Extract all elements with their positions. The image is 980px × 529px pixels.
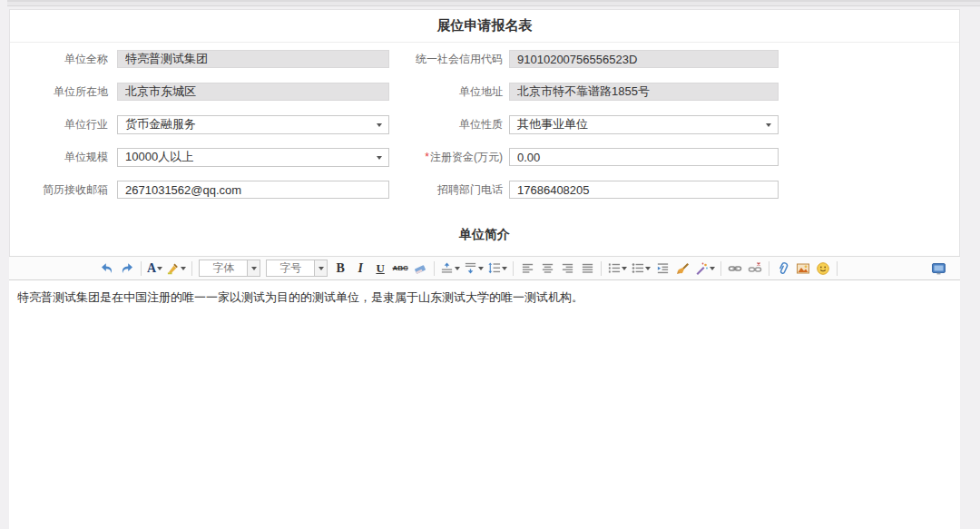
toolbar-separator (837, 261, 838, 276)
underline-icon[interactable]: U (371, 260, 389, 278)
attachment-icon[interactable] (774, 260, 792, 278)
undo-icon[interactable] (98, 260, 116, 278)
toolbar-separator (141, 261, 142, 276)
company-intro-section-title: 单位简介 (10, 226, 959, 244)
align-justify-icon[interactable] (578, 260, 596, 278)
font-size-select[interactable]: 字号 (266, 260, 328, 277)
chevron-down-icon (478, 267, 484, 270)
insert-image-icon[interactable] (794, 260, 812, 278)
align-left-icon[interactable] (518, 260, 536, 278)
company-scale-select[interactable]: 10000人以上 (117, 148, 389, 167)
company-name-label: 单位全称 (10, 52, 108, 67)
credit-code-field[interactable] (509, 50, 779, 68)
format-brush-icon[interactable] (673, 260, 691, 278)
resume-email-field[interactable] (117, 181, 389, 199)
font-family-dropdown-button[interactable] (247, 260, 260, 276)
font-family-select-value: 字体 (200, 260, 247, 276)
form-row-4: 单位规模 10000人以上 *注册资金(万元) (10, 141, 959, 173)
chevron-down-icon (766, 123, 771, 127)
company-nature-label: 单位性质 (389, 117, 503, 132)
editor-toolbar: A 字体 字号 B I U ABC (9, 256, 960, 280)
industry-label: 单位行业 (10, 117, 108, 132)
rich-text-editor: A 字体 字号 B I U ABC (9, 256, 960, 529)
toolbar-separator (601, 261, 602, 276)
booth-application-form-panel: 展位申请报名表 单位全称 统一社会信用代码 单位所在地 单位地址 单位行业 货币… (9, 9, 960, 529)
chevron-down-icon (181, 267, 186, 270)
registered-capital-field[interactable] (509, 148, 779, 166)
emoticon-icon[interactable] (814, 260, 832, 278)
editor-content-area[interactable]: 特亮普测试集团是在中国注册的唯一一家以测试为目的的测试单位，是隶属于山东测试大学… (9, 280, 960, 529)
chevron-down-icon (157, 267, 162, 270)
align-right-icon[interactable] (558, 260, 576, 278)
company-address-field[interactable] (509, 83, 779, 101)
font-color-icon[interactable]: A (146, 260, 163, 278)
industry-select-value: 货币金融服务 (125, 116, 196, 132)
paragraph-spacing-before-icon[interactable] (439, 260, 461, 278)
align-center-icon[interactable] (538, 260, 556, 278)
cropped-top-bar (7, 0, 980, 6)
bold-icon[interactable]: B (331, 260, 349, 278)
redo-icon[interactable] (118, 260, 136, 278)
fullscreen-icon[interactable] (929, 260, 947, 278)
font-family-select[interactable]: 字体 (199, 260, 260, 277)
chevron-down-icon (318, 267, 324, 270)
chevron-down-icon (377, 123, 382, 127)
paragraph-spacing-after-icon[interactable] (463, 260, 485, 278)
line-height-icon[interactable] (486, 260, 508, 278)
recruit-phone-field[interactable] (509, 181, 779, 199)
company-address-label: 单位地址 (389, 84, 503, 100)
company-intro-text: 特亮普测试集团是在中国注册的唯一一家以测试为目的的测试单位，是隶属于山东测试大学… (17, 290, 583, 304)
resume-email-label: 简历接收邮箱 (10, 182, 108, 198)
chevron-down-icon (710, 267, 715, 270)
font-size-dropdown-button[interactable] (314, 260, 327, 276)
chevron-down-icon (502, 267, 507, 270)
industry-select[interactable]: 货币金融服务 (117, 115, 389, 134)
company-nature-select[interactable]: 其他事业单位 (509, 115, 779, 134)
font-size-select-value: 字号 (267, 260, 314, 276)
ordered-list-icon[interactable] (606, 260, 628, 278)
chevron-down-icon (622, 267, 627, 270)
company-name-field[interactable] (117, 50, 389, 68)
remove-link-icon[interactable] (746, 260, 764, 278)
recruit-phone-label: 招聘部门电话 (389, 182, 503, 198)
form-row-1: 单位全称 统一社会信用代码 (10, 43, 959, 75)
form-row-3: 单位行业 货币金融服务 单位性质 其他事业单位 (10, 108, 959, 141)
highlight-color-icon[interactable] (165, 260, 187, 278)
form-row-5: 简历接收邮箱 招聘部门电话 (10, 173, 959, 206)
italic-icon[interactable]: I (351, 260, 369, 278)
insert-link-icon[interactable] (726, 260, 744, 278)
chevron-down-icon (377, 156, 382, 160)
registered-capital-label: *注册资金(万元) (389, 150, 503, 165)
toolbar-separator (769, 261, 769, 276)
company-location-label: 单位所在地 (10, 84, 108, 100)
company-scale-select-value: 10000人以上 (125, 149, 193, 165)
company-location-field[interactable] (117, 83, 389, 101)
chevron-down-icon (455, 267, 460, 270)
auto-typeset-wand-icon[interactable] (693, 260, 716, 278)
toolbar-separator (513, 261, 514, 276)
toolbar-separator (720, 261, 721, 276)
unordered-list-icon[interactable] (630, 260, 652, 278)
remove-format-eraser-icon[interactable] (411, 260, 429, 278)
toolbar-separator (191, 261, 192, 276)
required-asterisk: * (425, 151, 429, 163)
chevron-down-icon (645, 267, 651, 270)
form-fields-area: 单位全称 统一社会信用代码 单位所在地 单位地址 单位行业 货币金融服务 单位性… (10, 43, 959, 206)
form-row-2: 单位所在地 单位地址 (10, 75, 959, 108)
credit-code-label: 统一社会信用代码 (389, 52, 503, 67)
toolbar-separator (434, 261, 435, 276)
company-nature-select-value: 其他事业单位 (517, 116, 588, 132)
form-title: 展位申请报名表 (10, 10, 959, 43)
chevron-down-icon (251, 267, 257, 270)
company-scale-label: 单位规模 (10, 150, 108, 165)
indent-icon[interactable] (653, 260, 671, 278)
strikethrough-icon[interactable]: ABC (391, 260, 409, 278)
